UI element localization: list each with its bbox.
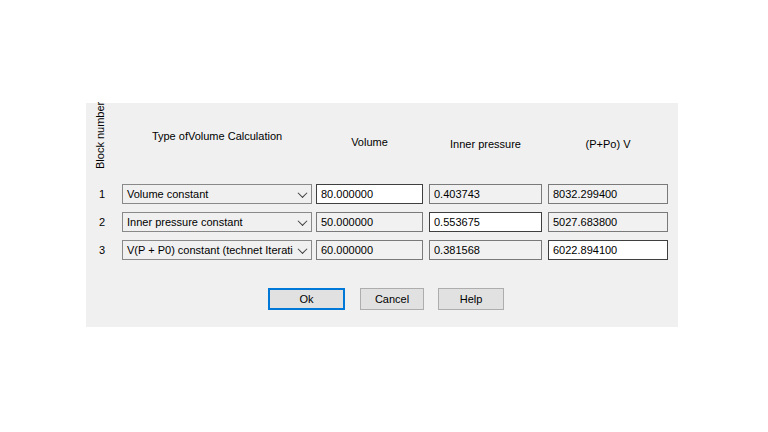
inner-pressure-input-row-1[interactable] [429,184,542,204]
ok-button[interactable]: Ok [268,288,345,310]
row-number-label: 1 [94,184,110,204]
pv-column-header: (P+Po) V [548,138,668,150]
cancel-button[interactable]: Cancel [360,288,424,310]
volume-input-row-3[interactable] [316,240,423,260]
row-number-label: 3 [94,240,110,260]
pv-input-row-1[interactable] [548,184,668,204]
help-button[interactable]: Help [438,288,504,310]
volume-calculation-dialog: Block number Type ofVolume Calculation V… [86,103,678,327]
pv-input-row-3[interactable] [548,240,668,260]
inner-pressure-input-row-2[interactable] [429,212,542,232]
volume-input-row-2[interactable] [316,212,423,232]
type-select-row-2[interactable]: Inner pressure constant [122,212,312,232]
type-select-value: Inner pressure constant [123,216,293,228]
pv-input-row-2[interactable] [548,212,668,232]
type-select-value: Volume constant [123,188,293,200]
chevron-down-icon[interactable] [293,185,311,203]
type-select-value: V(P + P0) constant (technet Iteratic [123,244,293,256]
type-select-row-1[interactable]: Volume constant [122,184,312,204]
inner-pressure-column-header: Inner pressure [429,138,542,150]
chevron-down-icon[interactable] [293,241,311,259]
volume-input-row-1[interactable] [316,184,423,204]
volume-column-header: Volume [316,136,423,148]
type-column-header: Type ofVolume Calculation [122,130,312,142]
block-number-header: Block number [94,102,106,169]
inner-pressure-input-row-3[interactable] [429,240,542,260]
type-select-row-3[interactable]: V(P + P0) constant (technet Iteratic [122,240,312,260]
row-number-label: 2 [94,212,110,232]
chevron-down-icon[interactable] [293,213,311,231]
